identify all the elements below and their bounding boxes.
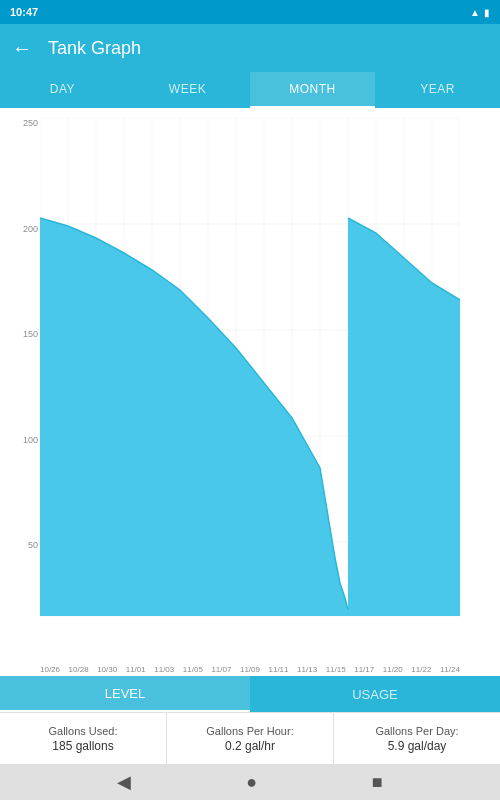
y-axis-labels: 250 200 150 100 50 [4, 118, 38, 646]
x-label-14: 11/24 [440, 665, 460, 674]
stat-gallons-per-hour-label: Gallons Per Hour: [206, 725, 293, 737]
x-label-8: 11/11 [269, 665, 289, 674]
chart-svg [40, 118, 460, 646]
chart-container: 250 200 150 100 50 [0, 108, 500, 676]
x-label-3: 11/01 [126, 665, 146, 674]
y-label-50: 50 [28, 540, 38, 550]
nav-back-icon[interactable]: ◀ [117, 771, 131, 793]
nav-bar: ◀ ● ■ [0, 764, 500, 800]
y-label-150: 150 [23, 329, 38, 339]
tab-week[interactable]: WEEK [125, 72, 250, 108]
stats-row: Gallons Used: 185 gallons Gallons Per Ho… [0, 712, 500, 764]
y-label-100: 100 [23, 435, 38, 445]
x-label-0: 10/26 [40, 665, 60, 674]
chart-area-left [40, 218, 348, 616]
x-label-1: 10/28 [69, 665, 89, 674]
stat-gallons-per-day-label: Gallons Per Day: [375, 725, 458, 737]
bottom-tab-bar: LEVEL USAGE [0, 676, 500, 712]
y-label-250: 250 [23, 118, 38, 128]
status-time: 10:47 [10, 6, 38, 18]
x-label-12: 11/20 [383, 665, 403, 674]
x-label-13: 11/22 [411, 665, 431, 674]
x-label-4: 11/03 [154, 665, 174, 674]
tab-year[interactable]: YEAR [375, 72, 500, 108]
bottom-tab-level[interactable]: LEVEL [0, 676, 250, 712]
x-label-5: 11/05 [183, 665, 203, 674]
status-icons: ▲ ▮ [470, 7, 490, 18]
x-axis-labels: 10/26 10/28 10/30 11/01 11/03 11/05 11/0… [40, 665, 460, 674]
stat-gallons-per-hour-value: 0.2 gal/hr [225, 739, 275, 753]
tab-day[interactable]: DAY [0, 72, 125, 108]
tab-month[interactable]: MONTH [250, 72, 375, 108]
header: ← Tank Graph [0, 24, 500, 72]
wifi-icon: ▲ [470, 7, 480, 18]
x-label-7: 11/09 [240, 665, 260, 674]
y-label-200: 200 [23, 224, 38, 234]
stat-gallons-used: Gallons Used: 185 gallons [0, 713, 167, 764]
x-label-9: 11/13 [297, 665, 317, 674]
nav-home-icon[interactable]: ● [246, 772, 257, 793]
stat-gallons-per-hour: Gallons Per Hour: 0.2 gal/hr [167, 713, 334, 764]
chart-area-right [348, 218, 460, 616]
stat-gallons-per-day: Gallons Per Day: 5.9 gal/day [334, 713, 500, 764]
nav-recent-icon[interactable]: ■ [372, 772, 383, 793]
x-label-10: 11/15 [326, 665, 346, 674]
stat-gallons-per-day-value: 5.9 gal/day [388, 739, 447, 753]
status-bar: 10:47 ▲ ▮ [0, 0, 500, 24]
back-button[interactable]: ← [12, 37, 32, 60]
bottom-tab-usage[interactable]: USAGE [250, 676, 500, 712]
x-label-2: 10/30 [97, 665, 117, 674]
x-label-6: 11/07 [211, 665, 231, 674]
page-title: Tank Graph [48, 38, 141, 59]
stat-gallons-used-label: Gallons Used: [48, 725, 117, 737]
battery-icon: ▮ [484, 7, 490, 18]
stat-gallons-used-value: 185 gallons [52, 739, 113, 753]
tab-bar: DAY WEEK MONTH YEAR [0, 72, 500, 108]
x-label-11: 11/17 [354, 665, 374, 674]
